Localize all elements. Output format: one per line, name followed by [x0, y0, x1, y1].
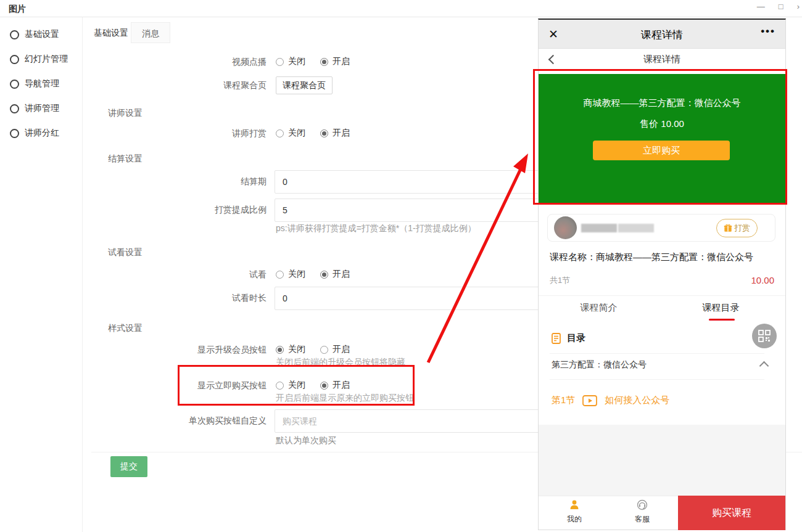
catalog-title: 目录	[567, 332, 585, 344]
radio-on-label: 开启	[333, 56, 350, 67]
gift-icon	[724, 224, 732, 232]
radio-on-label: 开启	[333, 269, 350, 280]
radio-off-label: 关闭	[288, 56, 305, 67]
reward-ratio-hint: ps:讲师获得打赏提成=打赏金额*（1-打赏提成比例）	[276, 223, 476, 234]
settle-period-label: 结算期	[93, 176, 267, 187]
play-video-icon	[582, 395, 597, 406]
lesson-row[interactable]: 第1节 如何接入公众号	[552, 395, 669, 406]
page-background	[539, 425, 785, 496]
phone-titlebar: ✕ 课程详情 •••	[539, 20, 785, 49]
sidebar-item-label: 导航管理	[25, 78, 59, 89]
custom-buy-hint: 默认为单次购买	[276, 435, 336, 446]
sidebar-item-basic-settings[interactable]: 基础设置	[0, 22, 82, 47]
sidebar-item-slides[interactable]: 幻灯片管理	[0, 47, 82, 72]
person-icon	[569, 499, 580, 510]
settle-section-title: 结算设置	[108, 153, 143, 165]
sidebar-item-navigation[interactable]: 导航管理	[0, 72, 82, 96]
reward-button-label: 打赏	[734, 223, 750, 234]
buy-now-button[interactable]: 立即购买	[593, 141, 730, 160]
aggregate-page-button[interactable]: 课程聚合页	[276, 76, 333, 94]
radio-on-label: 开启	[333, 344, 350, 355]
tab-course-catalog[interactable]: 课程目录	[664, 302, 778, 314]
radio-off[interactable]	[276, 58, 284, 66]
sidebar-item-label: 基础设置	[25, 29, 59, 40]
submit-button[interactable]: 提交	[110, 456, 147, 477]
bottom-tab-mine[interactable]: 我的	[553, 499, 596, 525]
avatar	[554, 216, 577, 239]
sections-count: 共1节	[550, 275, 570, 286]
radio-on[interactable]	[320, 58, 328, 66]
qr-code-icon	[758, 330, 771, 342]
bottom-tab-label: 客服	[621, 514, 664, 525]
trial-label: 试看	[93, 269, 267, 280]
phone-nav-title: 课程详情	[539, 54, 785, 65]
circle-icon	[10, 30, 19, 39]
style-section-title: 样式设置	[108, 323, 143, 334]
bottom-tab-label: 我的	[553, 514, 596, 525]
buy-button-hint: 开启后前端显示原来的立即购买按钮	[276, 393, 414, 404]
chevron-right-icon[interactable]: ›	[797, 2, 800, 11]
chapter-row[interactable]: 第三方配置：微信公众号	[552, 359, 772, 370]
radio-off[interactable]	[276, 382, 284, 390]
circle-icon	[10, 80, 19, 89]
radio-off[interactable]	[276, 346, 284, 354]
divider	[550, 379, 764, 380]
trial-section-title: 试看设置	[108, 247, 143, 258]
more-icon[interactable]: •••	[761, 25, 775, 38]
purchase-course-button[interactable]: 购买课程	[678, 496, 785, 530]
sidebar-item-label: 幻灯片管理	[25, 54, 68, 65]
window-title: 图片	[9, 4, 26, 15]
upgrade-button-label: 显示升级会员按钮	[93, 345, 267, 356]
minimize-button[interactable]: —	[757, 2, 765, 11]
circle-icon	[10, 55, 19, 64]
course-meta: 共1节 10.00	[550, 275, 774, 287]
lecturer-card: 打赏	[547, 214, 775, 242]
window-titlebar: 图片 — □ ›	[0, 0, 802, 17]
tab-active-underline	[709, 319, 735, 321]
radio-on[interactable]	[320, 271, 328, 279]
course-banner: 商城教程——第三方配置：微信公众号 售价 10.00 立即购买	[539, 74, 785, 205]
buy-button-label: 显示立即购买按钮	[93, 380, 267, 391]
course-price: 10.00	[751, 275, 774, 285]
reward-radios: 关闭 开启	[276, 128, 350, 139]
maximize-button[interactable]: □	[779, 2, 783, 11]
circle-icon	[10, 129, 19, 138]
lesson-title: 如何接入公众号	[605, 395, 669, 406]
app-window: 图片 — □ › 基础设置 幻灯片管理 导航管理 讲师管理	[0, 0, 802, 532]
bottom-tab-service[interactable]: 客服	[621, 499, 664, 525]
divider	[550, 353, 764, 354]
tab-messages[interactable]: 消息	[131, 22, 170, 43]
upgrade-button-hint: 关闭后前端的升级会员按钮将隐藏	[276, 357, 405, 368]
course-name: 课程名称：商城教程——第三方配置：微信公众号	[550, 252, 753, 263]
radio-on[interactable]	[320, 129, 328, 137]
sidebar-item-label: 讲师分红	[25, 128, 59, 139]
phone-preview: ✕ 课程详情 ••• 课程详情 商城教程——第三方配置：微信公众号 售价 10.…	[538, 18, 786, 530]
sidebar-item-lecturer-manage[interactable]: 讲师管理	[0, 96, 82, 121]
radio-on[interactable]	[320, 346, 328, 354]
trial-duration-label: 试看时长	[93, 293, 267, 304]
blurred-name	[581, 224, 617, 232]
phone-nav: 课程详情	[539, 49, 785, 70]
sidebar: 基础设置 幻灯片管理 导航管理 讲师管理 讲师分红	[0, 17, 83, 532]
buy-button-radios: 关闭 开启	[276, 380, 350, 391]
video-od-label: 视频点播	[93, 57, 267, 68]
lesson-number: 第1节	[552, 395, 575, 406]
radio-off[interactable]	[276, 129, 284, 137]
sidebar-item-lecturer-share[interactable]: 讲师分红	[0, 121, 82, 145]
catalog-header: 目录	[552, 332, 585, 344]
tab-basic-settings[interactable]: 基础设置	[91, 22, 131, 43]
lecturer-section-title: 讲师设置	[108, 108, 143, 119]
tab-course-intro[interactable]: 课程简介	[542, 302, 656, 314]
radio-off-label: 关闭	[288, 380, 305, 391]
banner-price: 售价 10.00	[539, 118, 785, 130]
circle-icon	[10, 104, 19, 113]
radio-on-label: 开启	[333, 380, 350, 391]
radio-on[interactable]	[320, 382, 328, 390]
sidebar-item-label: 讲师管理	[25, 103, 59, 114]
radio-off[interactable]	[276, 271, 284, 279]
reward-button[interactable]: 打赏	[716, 219, 758, 237]
blurred-name	[618, 224, 654, 232]
phone-title: 课程详情	[539, 28, 785, 42]
qr-code-button[interactable]	[752, 324, 777, 348]
reward-label: 讲师打赏	[93, 128, 267, 139]
